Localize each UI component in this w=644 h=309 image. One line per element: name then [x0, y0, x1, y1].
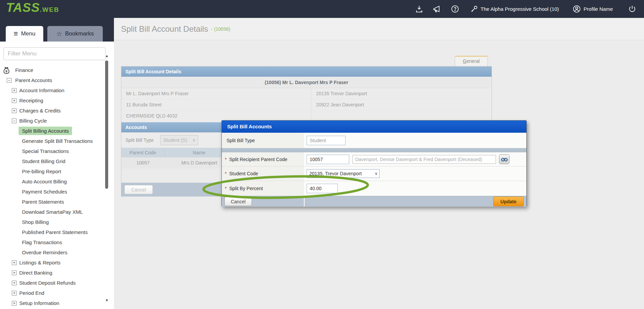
sidebar-item-label: Parent Statements: [22, 199, 64, 205]
details-panel-header: Split Bill Account Details: [121, 67, 492, 77]
expand-plus-icon[interactable]: +: [12, 301, 17, 306]
sidebar-item-label: Period End: [19, 290, 44, 296]
sidebar-item-label: Parent Accounts: [15, 77, 52, 83]
sidebar-item-parent-statements[interactable]: Parent Statements: [0, 197, 103, 207]
logo-text-suffix: .WEB: [40, 6, 59, 13]
svg-text:$: $: [5, 69, 7, 73]
sidebar-item-setup-information[interactable]: +Setup Information: [0, 298, 103, 308]
tab-bookmarks[interactable]: ☆ Bookmarks: [47, 26, 103, 42]
sidebar-item-label: Shop Billing: [22, 219, 49, 225]
chevron-down-icon: ∨: [192, 135, 195, 145]
school-key-icon[interactable]: [470, 5, 478, 14]
sidebar-item-download-smartapay-xml[interactable]: Download SmartaPay XML: [0, 207, 103, 217]
star-icon: ☆: [56, 31, 62, 37]
split-bill-type-select[interactable]: Student (S) ∨: [160, 135, 198, 145]
sidebar-item-student-billing-grid[interactable]: Student Billing Grid: [0, 156, 103, 166]
sidebar-item-label: Account Information: [19, 87, 64, 93]
sidebar-item-label: Finance: [15, 67, 33, 73]
modal-update-button[interactable]: Update: [493, 197, 524, 206]
sidebar-item-shop-billing[interactable]: Shop Billing: [0, 217, 103, 227]
field-label-cell: * Split By Percent: [222, 181, 304, 196]
address-column: Mr L. Davenport Mrs P Fraser 11 Buruda S…: [121, 88, 311, 122]
split-by-percent-input[interactable]: [307, 184, 338, 193]
scrollbar-down-arrow-icon[interactable]: ▼: [103, 298, 110, 302]
filter-menu-input[interactable]: [3, 47, 105, 60]
announcements-megaphone-icon[interactable]: [432, 5, 441, 14]
student-code-select[interactable]: 20135, Trevor Davenport ∨: [307, 169, 380, 178]
sidebar-item-receipting[interactable]: +Receipting: [0, 96, 103, 106]
address-line: 11 Buruda Street: [121, 99, 311, 110]
logo-text-main: TASS: [6, 1, 40, 15]
sidebar-item-payment-schedules[interactable]: Payment Schedules: [0, 187, 103, 197]
sidebar-item-direct-banking[interactable]: +Direct Banking: [0, 268, 103, 278]
sidebar-item-generate-split-bill-transactions[interactable]: Generate Split Bill Transactions: [0, 136, 103, 146]
sidebar-item-special-transactions[interactable]: Special Transactions: [0, 146, 103, 156]
sidebar-item-label: Listings & Reports: [19, 260, 61, 265]
sidebar-item-overdue-reminders[interactable]: Overdue Reminders: [0, 248, 103, 258]
account-name-row: (10056) Mr L. Davenport Mrs P Fraser: [121, 77, 492, 88]
field-value-cell: 20135, Trevor Davenport ∨: [304, 166, 526, 181]
page-title-dash: -: [211, 26, 212, 32]
expand-plus-icon[interactable]: +: [12, 88, 17, 93]
field-value-cell: Davenport, Denise Davenport & Fred Daven…: [304, 152, 526, 166]
sidebar-item-published-parent-statements[interactable]: Published Parent Statements: [0, 227, 103, 237]
accounts-cancel-button[interactable]: Cancel: [124, 185, 153, 194]
expand-plus-icon[interactable]: +: [12, 108, 17, 113]
sidebar-item-parent-accounts[interactable]: −Parent Accounts: [0, 75, 103, 85]
tab-menu-label: Menu: [21, 30, 35, 37]
sidebar-item-label: Student Deposit Refunds: [19, 280, 76, 286]
school-name-label[interactable]: The Alpha Progressive School (10): [481, 6, 559, 12]
expand-plus-icon[interactable]: +: [12, 291, 17, 295]
sidebar-item-period-end[interactable]: +Period End: [0, 288, 103, 298]
sidebar-item-charges-credits[interactable]: +Charges & Credits: [0, 106, 103, 116]
lookup-binoculars-button[interactable]: [499, 154, 509, 164]
logout-power-icon[interactable]: [628, 5, 637, 14]
split-bill-type-value: Student (S): [163, 137, 187, 143]
sidebar-item-pre-billing-report[interactable]: Pre-billing Report: [0, 166, 103, 177]
profile-avatar-icon[interactable]: [572, 5, 581, 14]
profile-name-label[interactable]: Profile Name: [583, 6, 613, 12]
sidebar-item-split-billing-accounts[interactable]: Split Billing Accounts: [0, 126, 103, 136]
cell-parent-code: 10057: [121, 157, 165, 169]
modal-title-bar[interactable]: Split Bill Accounts: [222, 121, 526, 133]
tab-general[interactable]: General: [455, 56, 488, 66]
expand-plus-icon[interactable]: +: [12, 271, 17, 275]
sidebar-item-finance[interactable]: $Finance: [0, 65, 103, 75]
modal-footer: Cancel Update: [222, 196, 526, 207]
address-line: Mr L. Davenport Mrs P Fraser: [121, 88, 311, 99]
field-label-cell: * Student Code: [222, 166, 304, 181]
scrollbar-up-arrow-icon[interactable]: ▲: [103, 54, 110, 58]
tab-menu[interactable]: ≡ Menu: [6, 26, 43, 42]
collapse-minus-icon[interactable]: −: [7, 78, 11, 83]
parent-name-lookup-field: Davenport, Denise Davenport & Fred Daven…: [353, 155, 496, 164]
tab-bookmarks-label: Bookmarks: [65, 30, 94, 37]
student-code-label: Student Code: [229, 171, 258, 176]
sidebar-item-label: Split Billing Accounts: [19, 127, 72, 135]
money-bag-icon: $: [2, 66, 11, 75]
sidebar-item-label: Payment Schedules: [22, 189, 67, 195]
expand-plus-icon[interactable]: +: [12, 98, 17, 103]
tass-web-logo[interactable]: TASS.WEB: [6, 1, 59, 15]
sidebar-item-label: Download SmartaPay XML: [22, 209, 83, 215]
modal-cancel-button[interactable]: Cancel: [224, 197, 252, 206]
collapse-minus-icon[interactable]: −: [12, 119, 17, 123]
expand-plus-icon[interactable]: +: [12, 260, 17, 265]
sidebar-item-label: Flag Transactions: [22, 239, 62, 245]
sidebar-item-label: Billing Cycle: [19, 118, 47, 124]
sidebar-item-flag-transactions[interactable]: Flag Transactions: [0, 237, 103, 248]
scrollbar-thumb[interactable]: [105, 60, 108, 189]
sidebar-item-billing-cycle[interactable]: −Billing Cycle: [0, 116, 103, 126]
expand-plus-icon[interactable]: +: [12, 281, 17, 285]
field-value-cell: [304, 181, 526, 196]
sidebar-item-auto-account-billing[interactable]: Auto Account Billing: [0, 177, 103, 187]
modal-row-student-code: * Student Code 20135, Trevor Davenport ∨: [222, 166, 526, 181]
help-icon[interactable]: [451, 5, 459, 14]
modal-split-bill-type-input[interactable]: [307, 136, 345, 145]
download-icon[interactable]: [415, 5, 424, 14]
split-recipient-parent-code-input[interactable]: [307, 155, 349, 164]
sidebar-menu: $Finance−Parent Accounts+Account Informa…: [0, 42, 114, 309]
sidebar-item-listings-reports[interactable]: +Listings & Reports: [0, 258, 103, 268]
sidebar-item-account-information[interactable]: +Account Information: [0, 85, 103, 96]
sidebar-item-student-deposit-refunds[interactable]: +Student Deposit Refunds: [0, 278, 103, 288]
hamburger-icon: ≡: [14, 30, 18, 37]
